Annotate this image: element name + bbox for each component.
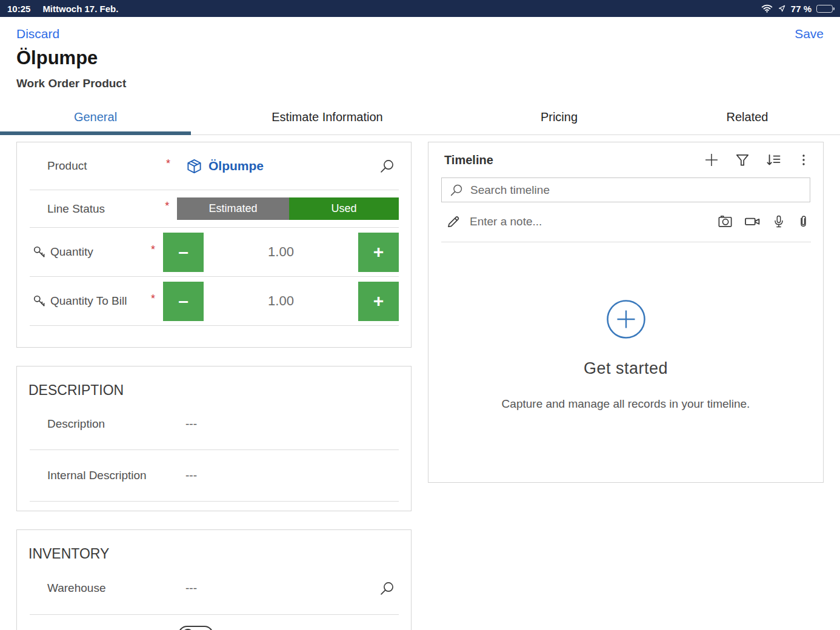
timeline-note-input[interactable] — [470, 215, 708, 228]
app-bar: Discard Save — [0, 17, 840, 41]
battery-icon — [816, 5, 833, 13]
timeline-search-input[interactable] — [470, 184, 802, 197]
microphone-icon[interactable] — [772, 214, 786, 229]
description-section-card: DESCRIPTION Description --- Internal Des… — [16, 366, 412, 511]
location-arrow-icon — [778, 4, 786, 13]
status-time: 10:25 — [7, 4, 30, 14]
allocated-toggle-state: No — [222, 628, 236, 630]
allocated-toggle[interactable] — [178, 626, 213, 630]
description-label: Description — [47, 417, 166, 431]
line-status-field-row: Line Status * Estimated Used — [17, 190, 411, 227]
status-bar: 10:25 Mittwoch 17. Feb. 77 % — [0, 0, 840, 17]
status-date: Mittwoch 17. Feb. — [42, 4, 118, 14]
wifi-icon — [761, 4, 773, 13]
line-status-option-estimated[interactable]: Estimated — [177, 197, 289, 220]
warehouse-search-icon[interactable] — [379, 580, 395, 597]
required-asterisk: * — [166, 158, 178, 170]
inventory-section-card: INVENTORY Warehouse --- Allocated — [16, 529, 412, 630]
warehouse-field-row: Warehouse --- — [17, 562, 411, 614]
page-title: Ölpumpe — [0, 41, 840, 69]
quantity-increment-button[interactable]: + — [358, 233, 399, 272]
quantity-label: Quantity — [50, 245, 151, 259]
tab-general[interactable]: General — [0, 100, 191, 134]
pencil-icon — [445, 214, 461, 230]
quantity-to-bill-value[interactable]: 1.00 — [204, 293, 358, 309]
required-asterisk: * — [151, 293, 163, 305]
search-icon — [449, 183, 464, 197]
required-asterisk: * — [151, 244, 163, 256]
battery-percent: 77 % — [791, 4, 812, 14]
line-status-label: Line Status — [47, 202, 165, 216]
tab-pricing[interactable]: Pricing — [464, 100, 655, 134]
key-icon — [32, 245, 50, 259]
product-search-icon[interactable] — [379, 158, 395, 174]
timeline-note-row — [428, 202, 823, 242]
page-subtitle: Work Order Product — [0, 69, 840, 90]
allocated-label: Allocated — [47, 628, 166, 630]
timeline-search-box — [441, 177, 810, 202]
product-label: Product — [47, 159, 166, 173]
timeline-add-icon[interactable] — [703, 151, 720, 168]
key-icon — [32, 294, 50, 308]
quantity-to-bill-field-row: Quantity To Bill * – 1.00 + — [17, 277, 411, 325]
allocated-field-row: Allocated No — [17, 615, 411, 630]
internal-description-label: Internal Description — [47, 469, 166, 482]
quantity-to-bill-increment-button[interactable]: + — [358, 282, 399, 321]
quantity-to-bill-label: Quantity To Bill — [50, 294, 151, 308]
quantity-value[interactable]: 1.00 — [204, 244, 358, 260]
timeline-panel: Timeline — [428, 142, 824, 483]
description-field-row: Description --- — [17, 399, 411, 449]
content-area: Product * Ölpumpe — [0, 135, 840, 625]
product-field-row: Product * Ölpumpe — [17, 142, 411, 190]
timeline-more-icon[interactable] — [796, 153, 811, 167]
warehouse-value[interactable]: --- — [178, 582, 197, 595]
internal-description-field-row: Internal Description --- — [17, 450, 411, 501]
get-started-add-icon[interactable] — [606, 299, 646, 339]
quantity-decrement-button[interactable]: – — [163, 233, 204, 272]
tab-bar: General Estimate Information Pricing Rel… — [0, 100, 840, 135]
discard-button[interactable]: Discard — [16, 27, 59, 41]
get-started-title: Get started — [428, 359, 823, 378]
tab-estimate-information[interactable]: Estimate Information — [191, 100, 464, 134]
timeline-header: Timeline — [428, 142, 823, 177]
timeline-title: Timeline — [444, 153, 703, 167]
timeline-filter-icon[interactable] — [735, 152, 750, 168]
internal-description-value[interactable]: --- — [178, 469, 197, 482]
line-status-option-used[interactable]: Used — [289, 197, 399, 220]
quantity-to-bill-decrement-button[interactable]: – — [163, 282, 204, 321]
warehouse-label: Warehouse — [47, 582, 166, 595]
video-camera-icon[interactable] — [744, 213, 761, 230]
inventory-section-heading: INVENTORY — [17, 530, 411, 562]
save-button[interactable]: Save — [795, 27, 824, 41]
description-value[interactable]: --- — [178, 417, 197, 431]
quantity-field-row: Quantity * – 1.00 + — [17, 228, 411, 276]
product-lookup-value[interactable]: Ölpumpe — [178, 158, 264, 174]
description-section-heading: DESCRIPTION — [17, 366, 411, 399]
product-cube-icon — [186, 158, 202, 174]
attachment-icon[interactable] — [796, 214, 810, 228]
timeline-empty-state: Get started Capture and manage all recor… — [428, 242, 823, 411]
timeline-sort-icon[interactable] — [765, 151, 782, 168]
general-form-card: Product * Ölpumpe — [16, 142, 412, 348]
required-asterisk: * — [165, 200, 177, 213]
camera-icon[interactable] — [717, 213, 733, 230]
product-link-text: Ölpumpe — [208, 159, 264, 173]
get-started-caption: Capture and manage all records in your t… — [428, 397, 823, 411]
tab-related[interactable]: Related — [655, 100, 840, 134]
work-order-product-page: 10:25 Mittwoch 17. Feb. 77 % Discard — [0, 0, 840, 630]
